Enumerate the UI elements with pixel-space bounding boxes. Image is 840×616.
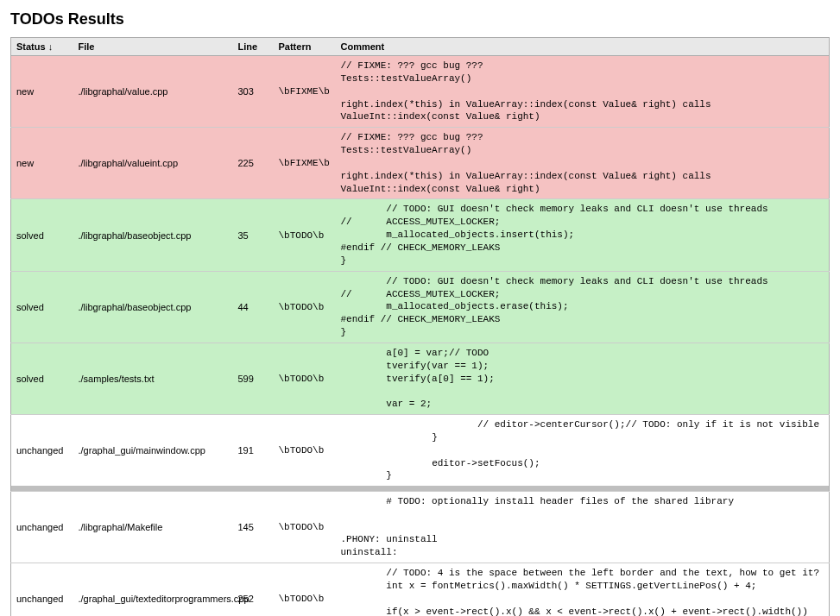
file-cell: ./libgraphal/baseobject.cpp	[73, 271, 233, 343]
line-cell: 303	[233, 56, 274, 128]
line-cell: 599	[233, 343, 274, 414]
line-cell: 191	[233, 415, 274, 487]
line-cell: 35	[233, 199, 274, 271]
pattern-cell: \bFIXME\b	[274, 128, 336, 199]
pattern-cell: \bTODO\b	[274, 491, 336, 563]
table-row[interactable]: solved./libgraphal/baseobject.cpp35\bTOD…	[11, 199, 830, 271]
file-cell: ./samples/tests.txt	[73, 343, 233, 414]
status-cell: solved	[11, 343, 73, 414]
pattern-cell: \bTODO\b	[274, 271, 336, 343]
col-file[interactable]: File	[73, 38, 233, 56]
line-cell: 44	[233, 271, 274, 343]
table-row[interactable]: solved./samples/tests.txt599\bTODO\b a[0…	[11, 343, 830, 414]
line-cell: 252	[233, 563, 274, 616]
comment-cell: // TODO: GUI doesn't check memory leaks …	[336, 199, 830, 271]
status-cell: solved	[11, 199, 73, 271]
comment-cell: // FIXME: ??? gcc bug ??? Tests::testVal…	[336, 128, 830, 199]
col-pattern[interactable]: Pattern	[274, 38, 336, 56]
file-cell: ./graphal_gui/texteditorprogrammers.cpp	[73, 563, 233, 616]
comment-cell: // TODO: GUI doesn't check memory leaks …	[336, 271, 830, 343]
table-row[interactable]: unchanged./graphal_gui/mainwindow.cpp191…	[11, 415, 830, 487]
col-comment[interactable]: Comment	[336, 38, 830, 56]
pattern-cell: \bTODO\b	[274, 563, 336, 616]
table-row[interactable]: new./libgraphal/value.cpp303\bFIXME\b// …	[11, 56, 830, 128]
file-cell: ./libgraphal/value.cpp	[73, 56, 233, 128]
table-row[interactable]: new./libgraphal/valueint.cpp225\bFIXME\b…	[11, 128, 830, 199]
line-cell: 225	[233, 128, 274, 199]
status-cell: unchanged	[11, 415, 73, 487]
comment-cell: a[0] = var;// TODO tverify(var == 1); tv…	[336, 343, 830, 414]
line-cell: 145	[233, 491, 274, 563]
pattern-cell: \bFIXME\b	[274, 56, 336, 128]
table-row[interactable]: unchanged./graphal_gui/texteditorprogram…	[11, 563, 830, 616]
pattern-cell: \bTODO\b	[274, 415, 336, 487]
col-status-label: Status	[16, 41, 46, 52]
status-cell: new	[11, 56, 73, 128]
col-status[interactable]: Status ↓	[11, 38, 73, 56]
table-row[interactable]: unchanged./libgraphal/Makefile145\bTODO\…	[11, 491, 830, 563]
table-row[interactable]: solved./libgraphal/baseobject.cpp44\bTOD…	[11, 271, 830, 343]
file-cell: ./libgraphal/baseobject.cpp	[73, 199, 233, 271]
comment-cell: // FIXME: ??? gcc bug ??? Tests::testVal…	[336, 56, 830, 128]
comment-cell: // editor->centerCursor();// TODO: only …	[336, 415, 830, 487]
comment-cell: // TODO: 4 is the space between the left…	[336, 563, 830, 616]
page-title: TODOs Results	[10, 10, 830, 28]
pattern-cell: \bTODO\b	[274, 199, 336, 271]
status-cell: unchanged	[11, 491, 73, 563]
sort-indicator-icon: ↓	[48, 41, 54, 52]
todos-table: Status ↓ File Line Pattern Comment new./…	[10, 37, 830, 616]
status-cell: solved	[11, 271, 73, 343]
status-cell: unchanged	[11, 563, 73, 616]
table-header-row: Status ↓ File Line Pattern Comment	[11, 38, 830, 56]
pattern-cell: \bTODO\b	[274, 343, 336, 414]
file-cell: ./libgraphal/Makefile	[73, 491, 233, 563]
comment-cell: # TODO: optionally install header files …	[336, 491, 830, 563]
status-cell: new	[11, 128, 73, 199]
col-line[interactable]: Line	[233, 38, 274, 56]
file-cell: ./libgraphal/valueint.cpp	[73, 128, 233, 199]
file-cell: ./graphal_gui/mainwindow.cpp	[73, 415, 233, 487]
